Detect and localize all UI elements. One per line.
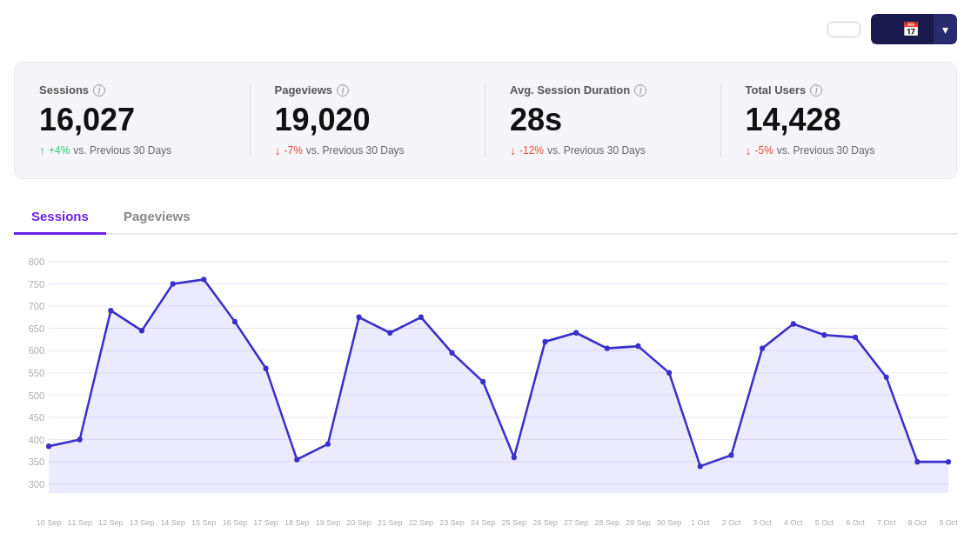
x-label-22: 2 Oct (722, 518, 741, 527)
stat-change-pageviews: ↓ -7% vs. Previous 30 Days (275, 143, 461, 157)
sessions-chart: 30035040045050055060065070075080010 Sep1… (14, 243, 957, 539)
data-point-5 (201, 277, 206, 282)
stat-change-total-users: ↓ -5% vs. Previous 30 Days (746, 143, 933, 157)
change-comparison-sessions: vs. Previous 30 Days (73, 144, 171, 157)
data-point-10 (357, 315, 362, 320)
data-point-19 (635, 343, 640, 349)
x-label-11: 21 Sep (378, 518, 402, 527)
x-label-18: 28 Sep (595, 518, 619, 527)
data-point-8 (294, 457, 299, 462)
x-label-5: 15 Sep (191, 518, 216, 527)
stat-label-sessions: Sessions i (39, 83, 225, 97)
x-label-28: 8 Oct (908, 518, 927, 527)
data-point-6 (232, 319, 238, 324)
data-point-22 (728, 452, 733, 457)
y-label-600: 600 (29, 345, 44, 356)
x-label-23: 3 Oct (753, 518, 772, 527)
data-point-28 (914, 459, 920, 464)
chart-container: 30035040045050055060065070075080010 Sep1… (14, 243, 957, 539)
data-point-3 (139, 328, 144, 333)
data-point-1 (77, 437, 83, 442)
x-label-7: 17 Sep (253, 518, 278, 527)
info-icon-sessions: i (93, 84, 105, 97)
change-percent-avg-session-duration: -12% (519, 144, 544, 157)
y-label-500: 500 (29, 390, 44, 400)
x-label-29: 9 Oct (939, 518, 957, 527)
change-arrow-avg-session-duration: ↓ (510, 143, 516, 157)
data-point-17 (573, 330, 579, 336)
x-label-13: 23 Sep (439, 518, 464, 527)
chart-area-fill (49, 279, 948, 493)
stats-row: Sessions i 16,027 ↑ +4% vs. Previous 30 … (14, 62, 957, 179)
change-comparison-pageviews: vs. Previous 30 Days (306, 144, 405, 157)
data-point-24 (791, 321, 796, 326)
data-point-11 (387, 330, 392, 336)
x-label-26: 6 Oct (846, 518, 865, 527)
data-point-15 (512, 455, 517, 460)
change-comparison-total-users: vs. Previous 30 Days (777, 144, 875, 157)
data-point-2 (108, 308, 113, 313)
x-label-10: 20 Sep (346, 518, 371, 527)
y-label-650: 650 (29, 323, 44, 334)
x-label-19: 29 Sep (626, 518, 650, 527)
data-point-26 (853, 335, 858, 340)
export-pdf-button[interactable] (827, 22, 861, 37)
x-label-9: 19 Sep (316, 518, 340, 527)
data-point-21 (698, 463, 703, 469)
data-point-23 (760, 345, 765, 350)
data-point-18 (605, 345, 610, 350)
x-label-27: 7 Oct (877, 518, 896, 527)
date-range-wrapper: 📅 ▾ (871, 14, 957, 44)
data-point-7 (264, 365, 269, 370)
stat-label-pageviews: Pageviews i (275, 83, 461, 97)
data-point-27 (884, 375, 889, 380)
stat-card-avg-session-duration: Avg. Session Duration i 28s ↓ -12% vs. P… (486, 83, 721, 157)
date-range-button[interactable]: 📅 (871, 14, 934, 44)
x-label-17: 27 Sep (564, 518, 588, 527)
x-label-8: 18 Sep (285, 518, 309, 527)
data-point-0 (46, 443, 51, 449)
y-label-800: 800 (29, 257, 44, 267)
data-point-13 (450, 350, 455, 356)
stat-card-total-users: Total Users i 14,428 ↓ -5% vs. Previous … (721, 83, 957, 157)
stat-value-avg-session-duration: 28s (510, 102, 696, 138)
x-label-25: 5 Oct (815, 518, 834, 527)
change-percent-sessions: +4% (49, 144, 70, 157)
x-label-4: 14 Sep (160, 518, 184, 527)
info-icon-total-users: i (810, 84, 822, 97)
stat-change-sessions: ↑ +4% vs. Previous 30 Days (39, 143, 225, 157)
data-point-9 (325, 441, 331, 446)
calendar-icon: 📅 (902, 21, 920, 37)
stat-value-sessions: 16,027 (39, 102, 225, 138)
y-label-700: 700 (29, 301, 44, 311)
x-label-14: 24 Sep (471, 518, 495, 527)
change-arrow-pageviews: ↓ (275, 143, 281, 157)
page-header: 📅 ▾ (14, 14, 957, 44)
x-label-0: 10 Sep (37, 518, 61, 527)
stat-label-avg-session-duration: Avg. Session Duration i (510, 83, 696, 97)
x-label-2: 12 Sep (98, 518, 123, 527)
tab-sessions[interactable]: Sessions (14, 200, 106, 235)
tab-pageviews[interactable]: Pageviews (106, 200, 208, 235)
x-label-24: 4 Oct (784, 518, 803, 527)
y-label-550: 550 (29, 368, 44, 378)
y-label-450: 450 (29, 412, 44, 423)
y-label-300: 300 (29, 479, 44, 490)
data-point-14 (480, 379, 486, 384)
data-point-16 (542, 339, 547, 344)
change-arrow-total-users: ↓ (746, 143, 752, 157)
stat-card-sessions: Sessions i 16,027 ↑ +4% vs. Previous 30 … (15, 83, 251, 157)
stat-label-total-users: Total Users i (746, 83, 933, 97)
x-label-3: 13 Sep (130, 518, 154, 527)
header-actions: 📅 ▾ (827, 14, 957, 44)
tabs-bar: SessionsPageviews (14, 200, 957, 235)
stat-value-pageviews: 19,020 (275, 102, 461, 138)
change-percent-total-users: -5% (755, 144, 773, 157)
stat-change-avg-session-duration: ↓ -12% vs. Previous 30 Days (510, 143, 696, 157)
data-point-12 (419, 315, 424, 320)
y-label-350: 350 (29, 457, 44, 467)
date-range-caret-button[interactable]: ▾ (934, 14, 957, 44)
x-label-20: 30 Sep (657, 518, 681, 527)
info-icon-pageviews: i (337, 84, 349, 97)
stat-value-total-users: 14,428 (746, 102, 933, 138)
